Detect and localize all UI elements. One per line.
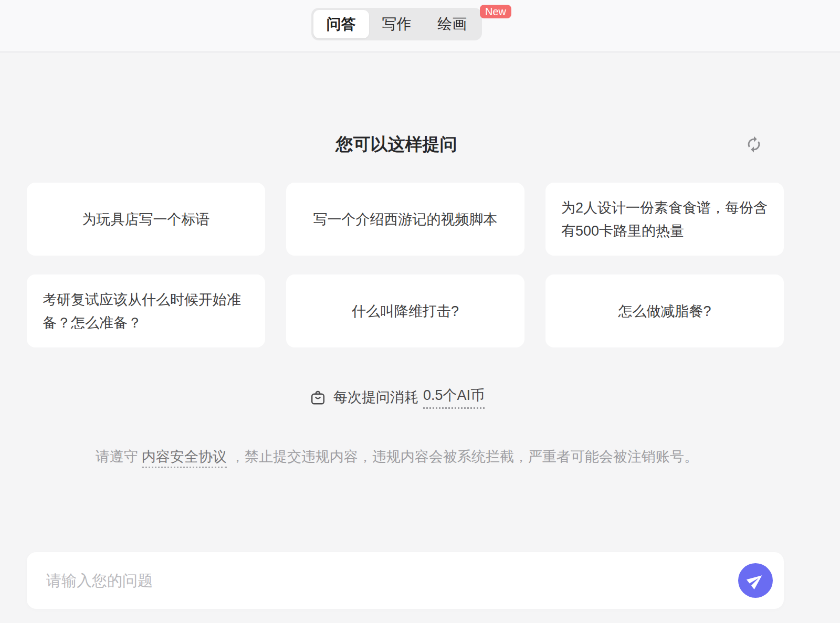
paper-plane-icon xyxy=(747,572,764,589)
suggestion-card-2[interactable]: 写一个介绍西游记的视频脚本 xyxy=(286,183,524,256)
suggestion-text: 什么叫降维打击? xyxy=(352,300,459,323)
question-input[interactable] xyxy=(27,552,724,609)
cost-amount-link[interactable]: 0.5个AI币 xyxy=(423,386,485,409)
suggestion-text: 为玩具店写一个标语 xyxy=(82,208,210,231)
suggestion-card-1[interactable]: 为玩具店写一个标语 xyxy=(27,183,265,256)
suggestion-text: 考研复试应该从什么时候开始准备？怎么准备？ xyxy=(43,288,249,334)
new-badge: New xyxy=(480,5,511,18)
refresh-button[interactable] xyxy=(744,134,764,154)
top-bar: 问答 写作 绘画 New xyxy=(0,0,840,52)
tab-qna-label: 问答 xyxy=(327,14,356,34)
tab-qna[interactable]: 问答 xyxy=(313,10,369,38)
suggestions-header: 您可以这样提问 xyxy=(27,132,784,156)
refresh-icon xyxy=(745,135,763,153)
cost-note: 每次提问消耗 0.5个AI币 xyxy=(27,386,784,408)
notice-after: ，禁止提交违规内容，违规内容会被系统拦截，严重者可能会被注销账号。 xyxy=(230,449,698,464)
suggestion-grid: 为玩具店写一个标语 写一个介绍西游记的视频脚本 为2人设计一份素食食谱，每份含有… xyxy=(27,183,784,347)
suggestion-card-4[interactable]: 考研复试应该从什么时候开始准备？怎么准备？ xyxy=(27,274,265,347)
suggestion-text: 为2人设计一份素食食谱，每份含有500卡路里的热量 xyxy=(561,196,768,242)
page-title: 您可以这样提问 xyxy=(27,132,784,156)
segmented-control: 问答 写作 绘画 New xyxy=(311,8,482,40)
safety-notice: 请遵守内容安全协议，禁止提交违规内容，违规内容会被系统拦截，严重者可能会被注销账… xyxy=(27,446,784,467)
tab-drawing-label: 绘画 xyxy=(437,14,467,34)
suggestion-card-6[interactable]: 怎么做减脂餐? xyxy=(545,274,784,347)
cost-prefix: 每次提问消耗 xyxy=(333,388,418,407)
suggestion-text: 写一个介绍西游记的视频脚本 xyxy=(313,208,498,231)
tab-drawing[interactable]: 绘画 xyxy=(424,10,480,38)
suggestion-text: 怎么做减脂餐? xyxy=(618,300,711,323)
suggestion-card-3[interactable]: 为2人设计一份素食食谱，每份含有500卡路里的热量 xyxy=(545,183,784,256)
tab-writing-label: 写作 xyxy=(382,14,412,34)
content-policy-link[interactable]: 内容安全协议 xyxy=(142,449,227,468)
composer-bar xyxy=(27,552,784,609)
tab-writing[interactable]: 写作 xyxy=(369,10,425,38)
send-button[interactable] xyxy=(738,563,773,598)
notice-before: 请遵守 xyxy=(96,449,138,464)
shopping-bag-icon xyxy=(309,389,327,406)
suggestion-card-5[interactable]: 什么叫降维打击? xyxy=(286,274,524,347)
